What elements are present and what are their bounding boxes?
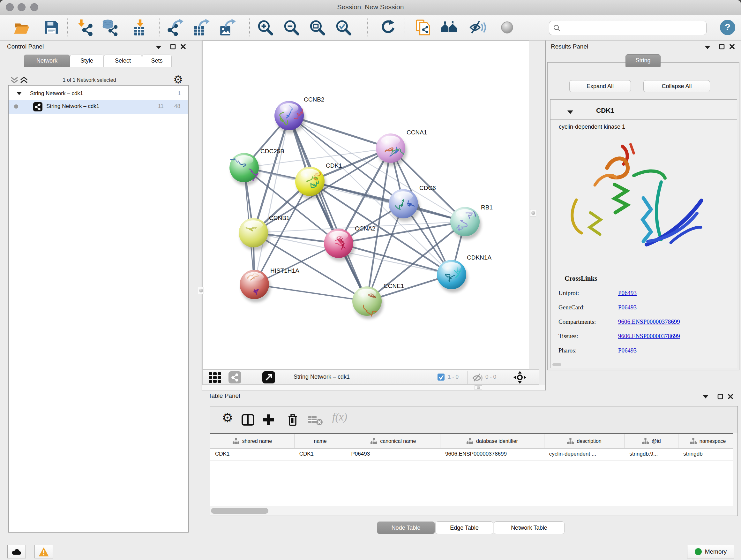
results-scrollbar-thumb[interactable] [552, 363, 561, 366]
delete-column-trash-icon[interactable] [286, 413, 300, 427]
add-column-icon[interactable] [261, 413, 275, 427]
network-node-CCNA1[interactable]: CCNA1 [376, 129, 427, 166]
table-cell[interactable]: stringdb [678, 449, 738, 460]
copy-style-icon[interactable] [415, 19, 432, 36]
hide-graphics-icon[interactable] [469, 19, 486, 36]
collapse-all-icon[interactable] [10, 76, 18, 84]
network-node-CCNB2[interactable]: CCNB2 [274, 96, 324, 133]
collapse-all-button[interactable]: Collapse All [643, 80, 710, 92]
column-header-canonical-name[interactable]: canonical name [346, 434, 441, 448]
help-icon[interactable]: ? [720, 20, 735, 35]
float-panel-icon[interactable] [718, 394, 723, 399]
network-node-CDK1[interactable]: CDK1 [295, 162, 342, 199]
network-edge-CCNB2-CCNE1[interactable] [289, 116, 367, 301]
panel-menu-icon[interactable] [704, 46, 711, 49]
network-options-gear-icon[interactable]: ⚙ [173, 73, 183, 86]
tab-node-table[interactable]: Node Table [377, 521, 435, 534]
delete-table-icon[interactable] [308, 415, 323, 426]
grid-view-icon[interactable] [209, 372, 223, 383]
node-label-CCNE1: CCNE1 [384, 283, 404, 289]
network-collection-row[interactable]: String Network – cdk1 1 [9, 88, 188, 100]
table-cell[interactable]: P06493 [346, 449, 441, 460]
network-node-RB1[interactable]: RB1 [450, 204, 493, 240]
panel-menu-icon[interactable] [703, 395, 709, 398]
close-panel-icon[interactable] [728, 394, 733, 399]
expand-all-button[interactable]: Expand All [569, 80, 631, 92]
column-header-namespace[interactable]: namespace [678, 434, 738, 448]
table-vscrollbar[interactable] [733, 433, 738, 506]
expand-all-icon[interactable] [20, 76, 28, 84]
float-panel-icon[interactable] [170, 44, 176, 50]
horizontal-splitter-handle[interactable] [475, 385, 482, 390]
table-hscrollbar[interactable] [210, 506, 738, 516]
warnings-button[interactable] [35, 545, 53, 558]
crosslink-link[interactable]: P06493 [618, 347, 636, 354]
zoom-out-icon[interactable] [283, 19, 300, 36]
network-canvas[interactable]: CCNB2CCNA1CDC25BCDK1CDC6RB1CCNB1CCNA2CDK… [202, 41, 529, 369]
network-edge-CCNA2-CDKN1A[interactable] [339, 243, 452, 274]
zoom-selected-icon[interactable] [335, 19, 352, 36]
open-session-icon[interactable] [13, 19, 30, 36]
save-session-icon[interactable] [43, 19, 60, 36]
crosslink-link[interactable]: P06493 [618, 304, 636, 311]
search-input[interactable] [549, 21, 706, 35]
network-node-CCNA2[interactable]: CCNA2 [324, 225, 375, 261]
crosslink-link[interactable]: 9606.ENSP00000378699 [618, 333, 680, 340]
column-header-description[interactable]: description [544, 434, 625, 448]
tab-string[interactable]: String [625, 54, 661, 67]
import-network-file-icon[interactable] [77, 19, 94, 36]
zoom-fit-icon[interactable] [309, 19, 326, 36]
show-columns-icon[interactable] [241, 413, 255, 427]
network-row-selected[interactable]: String Network – cdk1 11 48 [9, 100, 188, 114]
tab-network-table[interactable]: Network Table [494, 521, 564, 534]
float-panel-icon[interactable] [719, 44, 725, 50]
column-header-name[interactable]: name [294, 434, 347, 448]
table-cell[interactable]: CDK1 [294, 449, 347, 460]
left-splitter-handle[interactable] [198, 287, 204, 294]
table-cell[interactable]: CDK1 [210, 449, 294, 460]
import-network-database-icon[interactable] [102, 19, 119, 36]
crosslink-link[interactable]: 9606.ENSP00000378699 [618, 318, 680, 325]
open-view-in-window-icon[interactable] [262, 371, 275, 383]
tab-select[interactable]: Select [104, 55, 142, 67]
zoom-in-icon[interactable] [257, 19, 274, 36]
table-cell[interactable]: cyclin-dependent ... [544, 449, 625, 460]
column-header-database-identifier[interactable]: database identifier [441, 434, 544, 448]
network-edge-HIST1H1A-CCNE1[interactable] [254, 285, 367, 301]
close-panel-icon[interactable] [729, 44, 735, 50]
render-detail-icon[interactable] [498, 19, 516, 36]
tab-sets[interactable]: Sets [142, 55, 172, 67]
title-bar: Session: New Session [0, 0, 741, 15]
hscrollbar-thumb[interactable] [211, 508, 268, 514]
panel-menu-icon[interactable] [156, 46, 161, 49]
fit-selected-crosshair-icon[interactable] [514, 371, 526, 384]
selected-checkbox-icon[interactable] [437, 374, 445, 381]
collection-expand-icon[interactable] [17, 92, 22, 95]
memory-label: Memory [705, 548, 727, 555]
export-network-icon[interactable] [166, 19, 184, 36]
column-header--id[interactable]: @id [624, 434, 678, 448]
tab-edge-table[interactable]: Edge Table [435, 521, 493, 534]
home-icon[interactable] [441, 19, 458, 36]
table-settings-gear-icon[interactable]: ⚙ [222, 410, 236, 424]
memory-button[interactable]: Memory [687, 545, 734, 558]
node-label-CCNB1: CCNB1 [269, 214, 289, 221]
table-cell[interactable]: stringdb:9... [624, 449, 678, 460]
toolbar-divider [67, 18, 68, 37]
table-row[interactable]: CDK1CDK1P064939606.ENSP00000378699cyclin… [210, 449, 738, 461]
close-panel-icon[interactable] [180, 44, 186, 50]
tab-network[interactable]: Network [24, 55, 70, 67]
tab-style[interactable]: Style [70, 55, 104, 67]
crosslink-link[interactable]: P06493 [618, 290, 636, 297]
import-table-file-icon[interactable] [131, 19, 149, 36]
refresh-icon[interactable] [379, 19, 396, 36]
network-node-HIST1H1A[interactable]: HIST1H1A [240, 267, 299, 302]
column-header-shared-name[interactable]: shared name [210, 434, 294, 448]
export-image-icon[interactable] [219, 19, 236, 36]
export-table-icon[interactable] [193, 19, 210, 36]
right-splitter-handle[interactable] [530, 209, 536, 216]
table-cell[interactable]: 9606.ENSP00000378699 [441, 449, 544, 460]
section-collapse-icon[interactable] [567, 111, 573, 114]
cloud-status-button[interactable] [7, 545, 26, 558]
function-builder-icon[interactable]: f(x) [332, 411, 347, 423]
